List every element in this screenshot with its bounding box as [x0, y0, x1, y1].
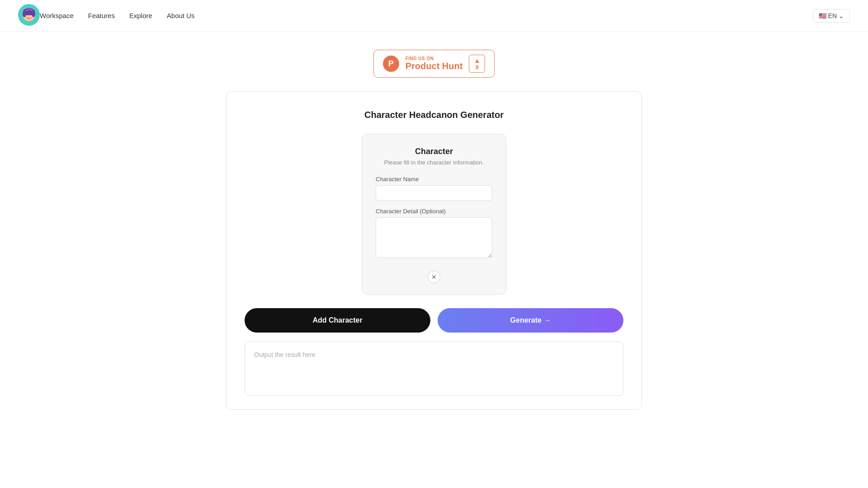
add-character-button[interactable]: Add Character: [245, 308, 430, 333]
upvote-arrow-icon: ▲: [474, 57, 480, 64]
character-detail-textarea[interactable]: [376, 217, 492, 258]
output-area: Output the result here: [245, 342, 623, 396]
generate-button[interactable]: Generate →: [438, 308, 623, 333]
nav-features[interactable]: Features: [88, 12, 115, 19]
character-name-input[interactable]: [376, 185, 492, 201]
svg-point-8: [32, 11, 35, 17]
product-hunt-text: FIND US ON Product Hunt: [406, 56, 463, 71]
language-selector[interactable]: 🇺🇸 EN ⌄: [813, 9, 850, 23]
remove-character-button[interactable]: ✕: [428, 271, 440, 283]
flag-icon: 🇺🇸: [819, 12, 826, 19]
close-icon: ✕: [431, 273, 437, 281]
navbar: Workspace Features Explore About Us 🇺🇸 E…: [0, 0, 868, 32]
remove-button-wrapper: ✕: [376, 271, 492, 283]
product-hunt-banner[interactable]: P FIND US ON Product Hunt ▲ 9: [373, 50, 495, 78]
product-hunt-section: P FIND US ON Product Hunt ▲ 9: [0, 50, 868, 78]
lang-code: EN: [828, 12, 837, 19]
action-buttons: Add Character Generate →: [245, 308, 623, 333]
chevron-down-icon: ⌄: [839, 12, 844, 19]
nav-links: Workspace Features Explore About Us: [40, 12, 813, 19]
main-content: Character Headcanon Generator Character …: [217, 91, 651, 410]
logo[interactable]: [18, 4, 40, 28]
nav-workspace[interactable]: Workspace: [40, 12, 74, 19]
character-card: Character Please fill in the character i…: [362, 134, 506, 295]
ph-title: Product Hunt: [406, 61, 463, 71]
ph-find-label: FIND US ON: [406, 56, 463, 61]
character-detail-label: Character Detail (Optional): [376, 208, 492, 215]
card-title: Character: [376, 147, 492, 156]
ph-upvote-badge[interactable]: ▲ 9: [469, 55, 485, 73]
character-name-label: Character Name: [376, 176, 492, 183]
upvote-count: 9: [476, 64, 479, 70]
output-placeholder: Output the result here: [254, 351, 315, 358]
generator-title: Character Headcanon Generator: [245, 110, 623, 120]
card-subtitle: Please fill in the character information…: [376, 159, 492, 166]
product-hunt-logo: P: [383, 56, 399, 72]
generator-container: Character Headcanon Generator Character …: [226, 91, 642, 410]
nav-explore[interactable]: Explore: [129, 12, 152, 19]
nav-about[interactable]: About Us: [167, 12, 195, 19]
svg-point-7: [23, 11, 26, 17]
